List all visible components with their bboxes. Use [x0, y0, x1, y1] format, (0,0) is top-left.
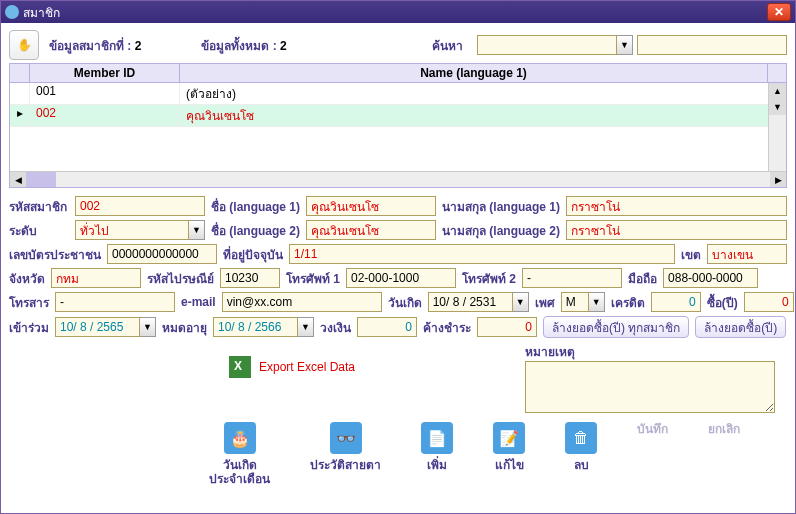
phone1-field[interactable]	[346, 268, 456, 288]
birthdate-field[interactable]	[428, 292, 513, 312]
member-id-label: รหัสสมาชิก	[9, 197, 69, 216]
join-label: เข้าร่วม	[9, 318, 49, 337]
glasses-icon: 👓	[330, 422, 362, 454]
sex-field[interactable]	[561, 292, 589, 312]
hand-button[interactable]: ✋	[9, 30, 39, 60]
eye-history-button[interactable]: 👓 ประวัติสายตา	[310, 422, 381, 472]
title-bar: สมาชิก ✕	[1, 1, 795, 23]
phone1-label: โทรศัพท์ 1	[286, 269, 340, 288]
delete-button[interactable]: 🗑 ลบ	[565, 422, 597, 472]
province-label: จังหวัด	[9, 269, 45, 288]
excel-icon	[229, 356, 251, 378]
birthdate-picker[interactable]: ▼	[428, 292, 529, 312]
close-button[interactable]: ✕	[767, 3, 791, 21]
edit-doc-icon: 📝	[493, 422, 525, 454]
balance-field[interactable]	[477, 317, 537, 337]
province-field[interactable]	[51, 268, 141, 288]
join-field[interactable]	[55, 317, 140, 337]
join-date-picker[interactable]: ▼	[55, 317, 156, 337]
clear-all-buy-button[interactable]: ล้างยอดซื้อ(ปี) ทุกสมาชิก	[543, 316, 689, 338]
postal-field[interactable]	[220, 268, 280, 288]
edit-button[interactable]: 📝 แก้ไข	[493, 422, 525, 472]
col-name[interactable]: Name (language 1)	[180, 64, 768, 82]
fax-field[interactable]	[55, 292, 175, 312]
chevron-down-icon[interactable]: ▼	[298, 317, 314, 337]
sex-combo[interactable]: ▼	[561, 292, 605, 312]
limit-label: วงเงิน	[320, 318, 351, 337]
buy-year-field[interactable]	[744, 292, 794, 312]
clear-buy-button[interactable]: ล้างยอดซื้อ(ปี)	[695, 316, 786, 338]
scroll-left-icon[interactable]: ◀	[10, 172, 26, 187]
calendar-birthday-icon: 🎂	[224, 422, 256, 454]
address-field[interactable]	[289, 244, 675, 264]
cancel-button: ยกเลิก	[708, 422, 740, 436]
credit-label: เครดิต	[611, 293, 645, 312]
surname1-field[interactable]	[566, 196, 787, 216]
memo-label: หมายเหตุ	[525, 345, 575, 359]
surname2-label: นามสกุล (language 2)	[442, 221, 560, 240]
mobile-label: มือถือ	[628, 269, 657, 288]
member-id-field[interactable]	[75, 196, 205, 216]
add-doc-icon: 📄	[421, 422, 453, 454]
address-label: ที่อยู่ปัจจุบัน	[223, 245, 283, 264]
fax-label: โทรสาร	[9, 293, 49, 312]
record-index-label: ข้อมูลสมาชิกที่ : 2	[49, 36, 141, 55]
chevron-down-icon[interactable]: ▼	[617, 35, 633, 55]
members-grid: Member ID Name (language 1) 001 (ตัวอย่า…	[9, 63, 787, 188]
search-input[interactable]	[637, 35, 787, 55]
cell-member-id: 002	[30, 105, 180, 126]
scroll-right-icon[interactable]: ▶	[770, 172, 786, 187]
expire-field[interactable]	[213, 317, 298, 337]
sex-label: เพศ	[535, 293, 555, 312]
cell-name: คุณวินเซนโซ	[180, 105, 786, 126]
save-button: บันทึก	[637, 422, 668, 436]
table-row[interactable]: 001 (ตัวอย่าง)	[10, 83, 786, 105]
row-marker: ▸	[10, 105, 30, 126]
chevron-down-icon[interactable]: ▼	[140, 317, 156, 337]
level-label: ระดับ	[9, 221, 69, 240]
chevron-down-icon[interactable]: ▼	[513, 292, 529, 312]
name1-field[interactable]	[306, 196, 436, 216]
window-title: สมาชิก	[23, 3, 60, 22]
citizen-label: เลขบัตรประชาชน	[9, 245, 101, 264]
row-marker	[10, 83, 30, 104]
expire-label: หมดอายุ	[162, 318, 207, 337]
birthday-monthly-button[interactable]: 🎂 วันเกิด ประจำเดือน	[209, 422, 270, 487]
surname2-field[interactable]	[566, 220, 787, 240]
search-type-input[interactable]	[477, 35, 617, 55]
district-field[interactable]	[707, 244, 787, 264]
add-button[interactable]: 📄 เพิ่ม	[421, 422, 453, 472]
cell-name: (ตัวอย่าง)	[180, 83, 786, 104]
citizen-field[interactable]	[107, 244, 217, 264]
search-label: ค้นหา	[432, 36, 463, 55]
mobile-field[interactable]	[663, 268, 758, 288]
phone2-field[interactable]	[522, 268, 622, 288]
chevron-down-icon[interactable]: ▼	[189, 220, 205, 240]
district-label: เขต	[681, 245, 701, 264]
level-field[interactable]	[75, 220, 189, 240]
search-type-combo[interactable]: ▼	[477, 35, 633, 55]
credit-field[interactable]	[651, 292, 701, 312]
name2-field[interactable]	[306, 220, 436, 240]
email-field[interactable]	[222, 292, 382, 312]
horizontal-scrollbar[interactable]: ◀ ▶	[10, 171, 786, 187]
vertical-scrollbar[interactable]: ▲ ▼	[768, 83, 786, 171]
scroll-down-icon[interactable]: ▼	[769, 99, 786, 115]
scroll-up-icon[interactable]: ▲	[769, 83, 786, 99]
expire-date-picker[interactable]: ▼	[213, 317, 314, 337]
email-label: e-mail	[181, 295, 216, 309]
table-row[interactable]: ▸ 002 คุณวินเซนโซ	[10, 105, 786, 127]
col-member-id[interactable]: Member ID	[30, 64, 180, 82]
scroll-thumb[interactable]	[26, 172, 56, 187]
record-total-label: ข้อมูลทั้งหมด : 2	[201, 36, 286, 55]
app-icon	[5, 5, 19, 19]
trash-icon: 🗑	[565, 422, 597, 454]
phone2-label: โทรศัพท์ 2	[462, 269, 516, 288]
cell-member-id: 001	[30, 83, 180, 104]
balance-label: ค้างชำระ	[423, 318, 471, 337]
level-combo[interactable]: ▼	[75, 220, 205, 240]
memo-textarea[interactable]	[525, 361, 775, 413]
export-excel-label: Export Excel Data	[259, 360, 355, 374]
chevron-down-icon[interactable]: ▼	[589, 292, 605, 312]
limit-field[interactable]	[357, 317, 417, 337]
